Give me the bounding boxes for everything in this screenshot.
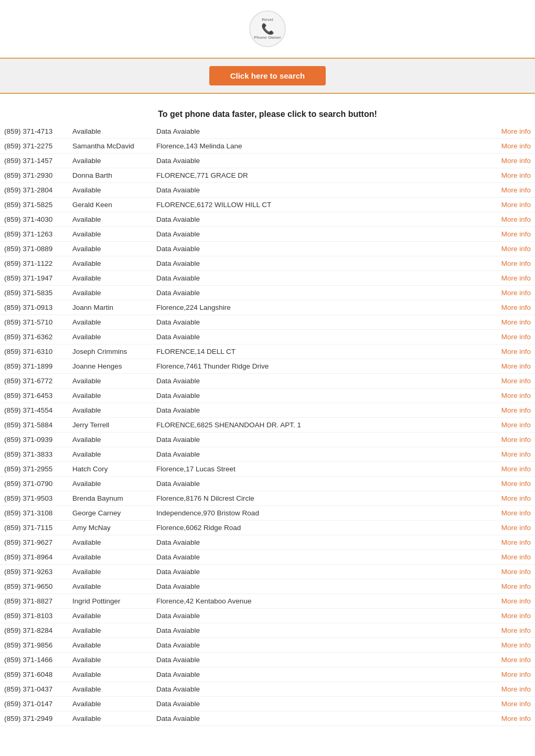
table-row: (859) 371-6772AvailableData AvaiableMore… xyxy=(0,374,535,388)
more-info-link[interactable]: More info xyxy=(501,480,531,488)
name-cell: Available xyxy=(68,550,152,565)
more-info-link[interactable]: More info xyxy=(501,127,531,135)
table-row: (859) 371-1457AvailableData AvaiableMore… xyxy=(0,154,535,168)
more-info-link[interactable]: More info xyxy=(501,641,531,649)
name-cell: Available xyxy=(68,315,152,330)
phone-cell: (859) 371-6310 xyxy=(0,344,68,359)
more-info-link[interactable]: More info xyxy=(501,509,531,517)
action-cell: More info xyxy=(493,638,535,653)
more-info-link[interactable]: More info xyxy=(501,186,531,194)
data-table: (859) 371-4713AvailableData AvaiableMore… xyxy=(0,124,535,726)
more-info-link[interactable]: More info xyxy=(501,348,531,355)
address-cell: Data Avaiable xyxy=(152,565,493,579)
name-cell: Available xyxy=(68,388,152,403)
table-row: (859) 371-4030AvailableData AvaiableMore… xyxy=(0,212,535,227)
more-info-link[interactable]: More info xyxy=(501,656,531,664)
phone-cell: (859) 371-4030 xyxy=(0,212,68,227)
more-info-link[interactable]: More info xyxy=(501,568,531,576)
more-info-link[interactable]: More info xyxy=(501,171,531,179)
action-cell: More info xyxy=(493,550,535,565)
more-info-link[interactable]: More info xyxy=(501,230,531,238)
name-cell: Jerry Terrell xyxy=(68,418,152,433)
table-row: (859) 371-8964AvailableData AvaiableMore… xyxy=(0,550,535,565)
more-info-link[interactable]: More info xyxy=(501,494,531,502)
address-cell: FLORENCE,14 DELL CT xyxy=(152,344,493,359)
name-cell: Available xyxy=(68,711,152,726)
more-info-link[interactable]: More info xyxy=(501,524,531,532)
phone-cell: (859) 371-5710 xyxy=(0,315,68,330)
table-row: (859) 371-5825Gerald KeenFLORENCE,6172 W… xyxy=(0,198,535,212)
table-row: (859) 371-8827Ingrid PottingerFlorence,4… xyxy=(0,594,535,609)
more-info-link[interactable]: More info xyxy=(501,671,531,678)
address-cell: Data Avaiable xyxy=(152,447,493,462)
name-cell: Joanne Henges xyxy=(68,359,152,374)
name-cell: Available xyxy=(68,256,152,271)
more-info-link[interactable]: More info xyxy=(501,406,531,414)
more-info-link[interactable]: More info xyxy=(501,318,531,326)
more-info-link[interactable]: More info xyxy=(501,142,531,150)
action-cell: More info xyxy=(493,447,535,462)
phone-cell: (859) 371-9503 xyxy=(0,491,68,506)
action-cell: More info xyxy=(493,462,535,477)
address-cell: FLORENCE,6825 SHENANDOAH DR. APT. 1 xyxy=(152,418,493,433)
more-info-link[interactable]: More info xyxy=(501,274,531,282)
more-info-link[interactable]: More info xyxy=(501,597,531,605)
phone-cell: (859) 371-1947 xyxy=(0,271,68,286)
table-row: (859) 371-9650AvailableData AvaiableMore… xyxy=(0,579,535,594)
table-row: (859) 371-0437AvailableData AvaiableMore… xyxy=(0,682,535,697)
address-cell: Florence,6062 Ridge Road xyxy=(152,521,493,535)
address-cell: Florence,224 Langshire xyxy=(152,300,493,315)
phone-cell: (859) 371-5884 xyxy=(0,418,68,433)
name-cell: Available xyxy=(68,579,152,594)
name-cell: Samantha McDavid xyxy=(68,139,152,154)
more-info-link[interactable]: More info xyxy=(501,201,531,209)
search-button[interactable]: Click here to search xyxy=(209,66,326,85)
phone-cell: (859) 371-8964 xyxy=(0,550,68,565)
address-cell: Data Avaiable xyxy=(152,154,493,168)
action-cell: More info xyxy=(493,565,535,579)
address-cell: Florence,7461 Thunder Ridge Drive xyxy=(152,359,493,374)
name-cell: Hatch Cory xyxy=(68,462,152,477)
address-cell: Data Avaiable xyxy=(152,124,493,139)
more-info-link[interactable]: More info xyxy=(501,538,531,546)
more-info-link[interactable]: More info xyxy=(501,627,531,634)
address-cell: Data Avaiable xyxy=(152,374,493,388)
table-row: (859) 371-6048AvailableData AvaiableMore… xyxy=(0,667,535,682)
more-info-link[interactable]: More info xyxy=(501,700,531,708)
action-cell: More info xyxy=(493,300,535,315)
more-info-link[interactable]: More info xyxy=(501,436,531,444)
table-row: (859) 371-2804AvailableData AvaiableMore… xyxy=(0,183,535,198)
header: Revel 📞 Phone Owner xyxy=(0,0,535,52)
more-info-link[interactable]: More info xyxy=(501,157,531,165)
phone-cell: (859) 371-2949 xyxy=(0,711,68,726)
address-cell: Independence,970 Bristow Road xyxy=(152,506,493,521)
more-info-link[interactable]: More info xyxy=(501,553,531,561)
more-info-link[interactable]: More info xyxy=(501,465,531,473)
phone-cell: (859) 371-2275 xyxy=(0,139,68,154)
more-info-link[interactable]: More info xyxy=(501,685,531,693)
more-info-link[interactable]: More info xyxy=(501,582,531,590)
more-info-link[interactable]: More info xyxy=(501,450,531,458)
table-row: (859) 371-4554AvailableData AvaiableMore… xyxy=(0,403,535,418)
more-info-link[interactable]: More info xyxy=(501,260,531,267)
table-row: (859) 371-2955Hatch CoryFlorence,17 Luca… xyxy=(0,462,535,477)
more-info-link[interactable]: More info xyxy=(501,304,531,311)
more-info-link[interactable]: More info xyxy=(501,715,531,722)
table-row: (859) 371-4713AvailableData AvaiableMore… xyxy=(0,124,535,139)
more-info-link[interactable]: More info xyxy=(501,333,531,341)
table-row: (859) 371-2949AvailableData AvaiableMore… xyxy=(0,711,535,726)
action-cell: More info xyxy=(493,242,535,256)
more-info-link[interactable]: More info xyxy=(501,377,531,385)
more-info-link[interactable]: More info xyxy=(501,362,531,370)
more-info-link[interactable]: More info xyxy=(501,421,531,429)
address-cell: Data Avaiable xyxy=(152,330,493,344)
name-cell: Available xyxy=(68,638,152,653)
more-info-link[interactable]: More info xyxy=(501,612,531,620)
name-cell: Available xyxy=(68,227,152,242)
more-info-link[interactable]: More info xyxy=(501,215,531,223)
more-info-link[interactable]: More info xyxy=(501,289,531,297)
more-info-link[interactable]: More info xyxy=(501,245,531,253)
more-info-link[interactable]: More info xyxy=(501,392,531,399)
address-cell: Florence,17 Lucas Street xyxy=(152,462,493,477)
table-row: (859) 371-1122AvailableData AvaiableMore… xyxy=(0,256,535,271)
